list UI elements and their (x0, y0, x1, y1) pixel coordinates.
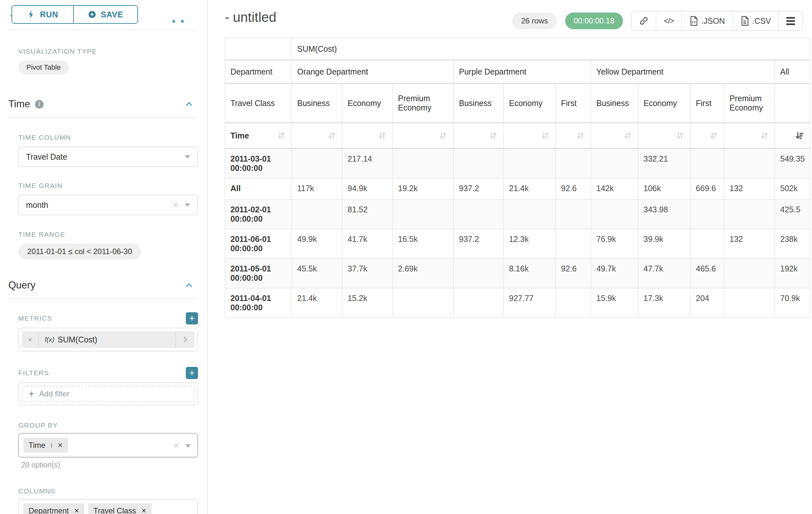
menu-button[interactable] (778, 11, 802, 30)
export-toolbar: </> .JSON .CSV (631, 11, 803, 31)
pivot-row: 2011-04-01 00:00:0021.4k15.2k927.7715.9k… (225, 288, 810, 318)
pivot-value-cell: 15.9k (591, 288, 638, 318)
travel-class-header: First (690, 83, 724, 123)
pivot-value-cell: 45.5k (292, 259, 342, 288)
query-section-header[interactable]: Query (8, 279, 198, 291)
sort-column-header-active[interactable] (775, 123, 810, 148)
time-sort-header-cell[interactable]: Time (225, 123, 292, 148)
time-grain-label: TIME GRAIN (18, 182, 198, 190)
visualization-type-pill[interactable]: Pivot Table (18, 60, 69, 75)
row-count-badge: 26 rows (512, 12, 556, 29)
pivot-value-cell: 192k (775, 259, 810, 288)
add-filter-plus-button[interactable]: + (186, 367, 198, 379)
json-file-icon (689, 16, 698, 26)
pivot-value-cell: 2.69k (393, 259, 454, 288)
department-group-header: Purple Department (454, 60, 591, 83)
time-range-label: TIME RANGE (18, 231, 198, 238)
share-link-button[interactable] (632, 11, 656, 30)
visualization-type-label: VISUALIZATION TYPE (18, 48, 198, 55)
group-by-label: GROUP BY (18, 422, 198, 429)
sort-column-header[interactable] (393, 123, 454, 148)
group-by-options-hint: 20 option(s) (21, 461, 198, 469)
travel-class-header (775, 83, 810, 123)
pivot-corner-cell (225, 38, 292, 60)
pivot-value-cell: 465.6 (690, 259, 724, 288)
group-by-chip[interactable]: Timei✕ (23, 438, 68, 453)
remove-chip-icon[interactable]: ✕ (74, 507, 79, 514)
filters-box: + Add filter (18, 382, 198, 405)
code-icon: </> (664, 17, 674, 25)
sort-column-header[interactable] (556, 123, 591, 148)
time-column-select[interactable]: Travel Date (18, 146, 198, 167)
add-metric-button[interactable]: + (186, 312, 198, 324)
travel-class-header: First (556, 83, 591, 123)
pivot-value-cell: 669.6 (690, 178, 724, 199)
time-range-pill[interactable]: 2011-01-01 ≤ col < 2011-06-30 (18, 244, 141, 260)
pivot-value-cell: 92.6 (556, 178, 591, 199)
department-group-header: Orange Department (292, 60, 454, 83)
travel-class-header: Economy (342, 83, 393, 123)
sort-column-header[interactable] (690, 123, 724, 148)
pivot-value-cell (724, 199, 775, 229)
sort-column-header[interactable] (638, 123, 690, 148)
export-csv-button[interactable]: .CSV (732, 11, 778, 30)
clear-icon[interactable]: × (173, 200, 178, 210)
save-button[interactable]: SAVE (73, 6, 137, 23)
run-button-label: RUN (40, 10, 58, 19)
filters-label: FILTERS (18, 369, 49, 377)
pivot-value-cell: 17.3k (638, 288, 690, 318)
chevron-right-icon[interactable] (175, 331, 195, 348)
travel-class-header: Business (292, 83, 342, 123)
time-section-header[interactable]: Time i (8, 98, 198, 110)
columns-chip[interactable]: Travel Class✕ (88, 504, 151, 514)
pivot-value-cell (591, 148, 638, 178)
metric-item[interactable]: × f(x) SUM(Cost) (22, 331, 195, 348)
sort-icon (540, 130, 550, 141)
sort-column-header[interactable] (342, 123, 393, 148)
function-icon: f(x) (45, 336, 54, 344)
collapse-chevron-icon[interactable] (184, 280, 194, 290)
chart-main-area: - untitled 26 rows 00:00:00.18 </> (208, 0, 812, 514)
pivot-value-cell: 92.6 (556, 259, 591, 288)
export-json-button[interactable]: .JSON (682, 11, 732, 30)
csv-file-icon (741, 16, 749, 26)
pivot-row-label: All (225, 178, 292, 199)
sort-icon (759, 130, 769, 141)
remove-metric-icon[interactable]: × (22, 331, 39, 348)
pivot-row: 2011-06-01 00:00:0049.9k41.7k16.5k937.21… (225, 229, 810, 259)
clear-icon[interactable]: × (174, 441, 179, 451)
travel-class-header: Business (454, 83, 503, 123)
csv-button-label: .CSV (752, 17, 771, 26)
columns-chip[interactable]: Department✕ (23, 504, 84, 514)
sort-column-header[interactable] (591, 123, 638, 148)
view-query-button[interactable]: </> (656, 11, 682, 30)
remove-chip-icon[interactable]: ✕ (57, 441, 63, 449)
sort-icon (708, 130, 719, 141)
sort-column-header[interactable] (724, 123, 775, 148)
plus-circle-icon (88, 10, 96, 19)
query-timer-badge: 00:00:00.18 (565, 12, 623, 29)
pivot-value-cell (292, 199, 342, 229)
travel-class-header: Economy (503, 83, 556, 123)
remove-chip-icon[interactable]: ✕ (141, 507, 147, 514)
add-filter-button[interactable]: + Add filter (22, 386, 195, 402)
pivot-value-cell (591, 199, 638, 229)
pivot-value-cell: 49.7k (591, 259, 638, 288)
pivot-value-cell: 76.9k (591, 229, 638, 259)
sort-column-header[interactable] (454, 123, 503, 148)
sort-column-header[interactable] (292, 123, 342, 148)
group-by-select[interactable]: Timei✕ × (18, 433, 198, 457)
info-icon: i (50, 442, 52, 449)
pivot-value-cell: 106k (638, 178, 690, 199)
plus-icon: + (29, 389, 34, 399)
pivot-value-cell: 927.77 (503, 288, 556, 318)
columns-chip-label: Department (29, 506, 69, 514)
sort-column-header[interactable] (503, 123, 556, 148)
pivot-value-cell (454, 288, 503, 318)
pivot-row: 2011-02-01 00:00:0081.52343.98425.5 (225, 199, 810, 229)
time-grain-select[interactable]: month × (18, 195, 198, 215)
sort-icon (377, 130, 387, 141)
columns-select[interactable]: Department✕Travel Class✕ × (18, 499, 198, 514)
collapse-chevron-icon[interactable] (184, 99, 194, 109)
run-button[interactable]: RUN (12, 6, 73, 23)
